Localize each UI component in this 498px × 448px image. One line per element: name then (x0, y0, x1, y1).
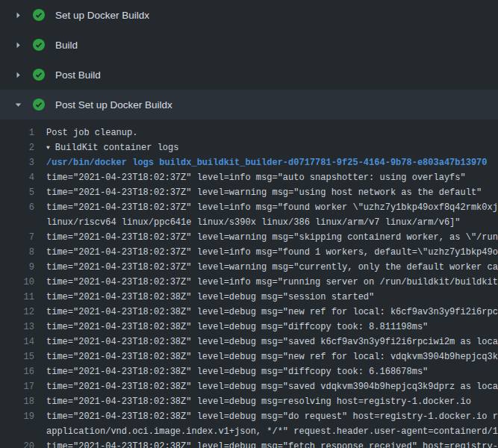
log-text: time="2021-04-23T18:02:38Z" level=debug … (46, 394, 471, 409)
line-number[interactable]: 3 (0, 155, 34, 170)
log-text: time="2021-04-23T18:02:38Z" level=debug … (46, 335, 498, 349)
log-command-text: /usr/bin/docker logs buildx_buildkit_bui… (46, 155, 488, 170)
log-line: 6time="2021-04-23T18:02:37Z" level=info … (0, 200, 498, 230)
section-label: Post Set up Docker Buildx (55, 99, 172, 111)
line-number[interactable]: 17 (0, 379, 34, 394)
step-sections: Set up Docker BuildxBuildPost BuildPost … (0, 0, 498, 119)
line-number[interactable]: 6 (0, 200, 34, 215)
log-text-wrap: linux/riscv64 linux/ppc641e linux/s390x … (46, 215, 498, 230)
log-text: time="2021-04-23T18:02:38Z" level=debug … (46, 379, 498, 394)
line-number[interactable]: 20 (0, 439, 34, 448)
line-number[interactable]: 1 (0, 125, 34, 140)
log-line: 15time="2021-04-23T18:02:38Z" level=debu… (0, 349, 498, 364)
log-line: 2▼BuildKit container logs (0, 140, 498, 155)
line-number[interactable]: 15 (0, 349, 34, 364)
chevron-right-icon (12, 39, 24, 51)
success-check-circle-icon (33, 39, 45, 51)
line-number[interactable]: 19 (0, 409, 34, 424)
line-number[interactable]: 10 (0, 275, 34, 290)
line-number[interactable]: 7 (0, 230, 34, 245)
line-number[interactable]: 12 (0, 305, 34, 320)
log-line: 11time="2021-04-23T18:02:38Z" level=debu… (0, 290, 498, 305)
chevron-right-icon (12, 9, 24, 21)
success-check-circle-icon (33, 69, 45, 81)
log-line: 7time="2021-04-23T18:02:37Z" level=warni… (0, 230, 498, 245)
line-number[interactable]: 11 (0, 290, 34, 305)
line-number[interactable]: 13 (0, 320, 34, 335)
log-line: 3/usr/bin/docker logs buildx_buildkit_bu… (0, 155, 498, 170)
section-label: Build (55, 40, 78, 51)
log-lines: 1Post job cleanup.2▼BuildKit container l… (0, 119, 498, 448)
log-text: time="2021-04-23T18:02:38Z" level=debug … (46, 409, 498, 424)
log-text: Post job cleanup. (46, 125, 137, 140)
log-text: time="2021-04-23T18:02:37Z" level=warnin… (46, 260, 498, 275)
section-label: Set up Docker Buildx (55, 10, 149, 21)
line-number[interactable]: 14 (0, 335, 34, 349)
line-number[interactable]: 8 (0, 245, 34, 260)
log-text-wrap: application/vnd.oci.image.index.v1+json,… (46, 424, 498, 439)
log-line: 4time="2021-04-23T18:02:37Z" level=info … (0, 170, 498, 185)
log-line: 13time="2021-04-23T18:02:38Z" level=debu… (0, 320, 498, 335)
line-number[interactable]: 2 (0, 140, 34, 155)
chevron-right-icon (12, 69, 24, 81)
log-line: 12time="2021-04-23T18:02:38Z" level=debu… (0, 305, 498, 320)
log-text: time="2021-04-23T18:02:38Z" level=debug … (46, 290, 374, 305)
line-number[interactable]: 18 (0, 394, 34, 409)
section-label: Post Build (55, 69, 101, 81)
log-text: time="2021-04-23T18:02:37Z" level=info m… (46, 200, 498, 215)
log-text: time="2021-04-23T18:02:38Z" level=debug … (46, 439, 498, 448)
success-check-circle-icon (33, 9, 45, 21)
log-line: 9time="2021-04-23T18:02:37Z" level=warni… (0, 260, 498, 275)
job-log-panel: Set up Docker BuildxBuildPost BuildPost … (0, 0, 498, 448)
log-text: ▼BuildKit container logs (46, 140, 178, 155)
log-line: 18time="2021-04-23T18:02:38Z" level=debu… (0, 394, 498, 409)
log-line: 8time="2021-04-23T18:02:37Z" level=info … (0, 245, 498, 260)
section-header-build[interactable]: Build (0, 30, 498, 60)
log-text: time="2021-04-23T18:02:37Z" level=warnin… (46, 230, 498, 245)
log-line: 1Post job cleanup. (0, 125, 498, 140)
log-line: 5time="2021-04-23T18:02:37Z" level=warni… (0, 185, 498, 200)
log-text: time="2021-04-23T18:02:38Z" level=debug … (46, 349, 498, 364)
log-line: 19time="2021-04-23T18:02:38Z" level=debu… (0, 409, 498, 439)
log-text: time="2021-04-23T18:02:37Z" level=info m… (46, 245, 498, 260)
log-line: 20time="2021-04-23T18:02:38Z" level=debu… (0, 439, 498, 448)
section-header-set-up-docker-buildx[interactable]: Set up Docker Buildx (0, 0, 498, 30)
log-text: time="2021-04-23T18:02:38Z" level=debug … (46, 364, 428, 379)
log-line: 16time="2021-04-23T18:02:38Z" level=debu… (0, 364, 498, 379)
line-number[interactable]: 4 (0, 170, 34, 185)
line-number[interactable]: 5 (0, 185, 34, 200)
log-text: time="2021-04-23T18:02:37Z" level=warnin… (46, 185, 482, 200)
line-number[interactable]: 16 (0, 364, 34, 379)
chevron-down-icon (12, 99, 24, 111)
log-text: time="2021-04-23T18:02:37Z" level=info m… (46, 275, 498, 290)
section-header-post-set-up-docker-buildx[interactable]: Post Set up Docker Buildx (0, 90, 498, 119)
log-line: 17time="2021-04-23T18:02:38Z" level=debu… (0, 379, 498, 394)
line-number[interactable]: 9 (0, 260, 34, 275)
log-text: time="2021-04-23T18:02:37Z" level=info m… (46, 170, 466, 185)
log-text: time="2021-04-23T18:02:38Z" level=debug … (46, 320, 428, 335)
log-line: 10time="2021-04-23T18:02:37Z" level=info… (0, 275, 498, 290)
group-toggle-icon[interactable]: ▼ (46, 140, 50, 155)
group-label[interactable]: BuildKit container logs (55, 143, 179, 153)
log-text: time="2021-04-23T18:02:38Z" level=debug … (46, 305, 498, 320)
section-header-post-build[interactable]: Post Build (0, 60, 498, 90)
log-line: 14time="2021-04-23T18:02:38Z" level=debu… (0, 335, 498, 349)
success-check-circle-icon (33, 99, 45, 111)
